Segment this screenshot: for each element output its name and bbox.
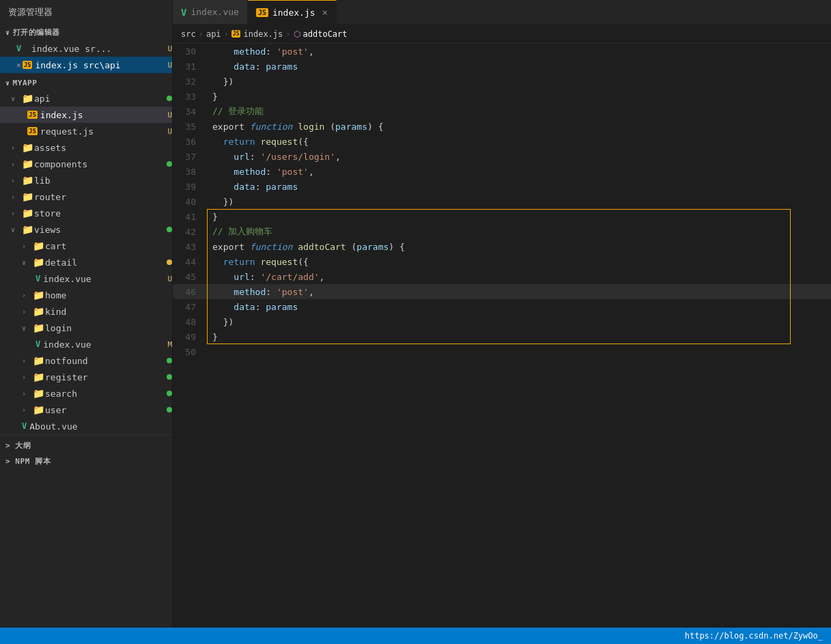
vue-icon-about: V xyxy=(22,421,27,431)
folder-components[interactable]: › 📁 components xyxy=(0,156,172,172)
close-icon-small[interactable]: × xyxy=(16,61,21,70)
code-editor[interactable]: 30 method: 'post',31 data: params32 })33… xyxy=(173,44,831,628)
open-editor-index-vue[interactable]: V index.vue sr... U xyxy=(0,40,172,57)
outline-header[interactable]: > 大纲 xyxy=(0,438,172,453)
line-code: url: '/users/login', xyxy=(207,149,831,164)
myapp-header[interactable]: ∨ MYAPP xyxy=(0,76,172,90)
line-number: 48 xyxy=(173,314,207,329)
folder-notfound[interactable]: › 📁 notfound xyxy=(0,352,172,369)
table-row: 41} xyxy=(173,209,831,224)
folder-detail[interactable]: ∨ 📁 detail xyxy=(0,254,172,270)
chevron-right-icon: › xyxy=(11,144,22,152)
file-request-js-label: request.js xyxy=(40,126,165,137)
file-login-index-vue[interactable]: V index.vue M xyxy=(0,336,172,352)
bottom-sections: > 大纲 > NPM 脚本 xyxy=(0,434,172,472)
file-about-vue[interactable]: V About.vue xyxy=(0,418,172,434)
line-number: 30 xyxy=(173,44,207,59)
table-row: 35export function login (params) { xyxy=(173,119,831,134)
folder-store[interactable]: › 📁 store xyxy=(0,205,172,221)
folder-icon-views: 📁 xyxy=(22,224,34,235)
sidebar: ∨ 打开的编辑器 V index.vue sr... U × JS index.… xyxy=(0,25,173,628)
folder-api-label: api xyxy=(34,94,164,104)
folder-icon-user: 📁 xyxy=(33,404,45,415)
status-bar: https://blog.csdn.net/ZywOo_ xyxy=(0,628,831,644)
folder-router[interactable]: › 📁 router xyxy=(0,188,172,205)
file-request-js[interactable]: JS request.js U xyxy=(0,123,172,139)
folder-api[interactable]: ∨ 📁 api xyxy=(0,90,172,107)
chevron-right-icon: › xyxy=(22,390,33,397)
line-code: return request({ xyxy=(207,134,831,149)
file-login-index-vue-label: index.vue xyxy=(43,339,165,350)
table-row: 46 method: 'post', xyxy=(173,284,831,299)
line-code xyxy=(207,344,831,359)
tab-label-js: index.js xyxy=(272,8,315,18)
table-row: 40 }) xyxy=(173,194,831,209)
folder-icon-store: 📁 xyxy=(22,208,34,219)
folder-views-label: views xyxy=(34,225,164,235)
folder-icon-router: 📁 xyxy=(22,191,34,202)
line-number: 33 xyxy=(173,89,207,104)
line-code: data: params xyxy=(207,59,831,74)
table-row: 33} xyxy=(173,89,831,104)
vue-icon-login: V xyxy=(36,339,40,349)
line-code: method: 'post', xyxy=(207,44,831,59)
folder-register[interactable]: › 📁 register xyxy=(0,369,172,385)
breadcrumb: src › api › JS index.js › ⬡ addtoCart xyxy=(173,25,831,44)
status-dot-api xyxy=(167,96,172,101)
myapp-label: MYAPP xyxy=(13,79,38,87)
line-code: method: 'post', xyxy=(207,164,831,179)
folder-lib[interactable]: › 📁 lib xyxy=(0,172,172,188)
status-dot-register xyxy=(167,374,172,380)
npm-header[interactable]: > NPM 脚本 xyxy=(0,453,172,469)
folder-kind[interactable]: › 📁 kind xyxy=(0,303,172,320)
folder-login[interactable]: ∨ 📁 login xyxy=(0,320,172,336)
chevron-down-icon: ∨ xyxy=(11,226,22,234)
file-index-js[interactable]: JS index.js U xyxy=(0,107,172,123)
chevron-down-icon: ∨ xyxy=(5,29,10,36)
folder-assets-label: assets xyxy=(34,143,172,153)
table-row: 34// 登录功能 xyxy=(173,104,831,119)
close-tab-button[interactable]: × xyxy=(322,7,328,18)
folder-components-label: components xyxy=(34,159,164,169)
line-number: 42 xyxy=(173,224,207,239)
folder-search[interactable]: › 📁 search xyxy=(0,385,172,402)
line-number: 35 xyxy=(173,119,207,134)
line-code: }) xyxy=(207,74,831,89)
folder-store-label: store xyxy=(34,208,172,219)
line-code: export function addtoCart (params) { xyxy=(207,239,831,254)
tabs-bar: V index.vue JS index.js × xyxy=(173,0,831,25)
open-editors-header[interactable]: ∨ 打开的编辑器 xyxy=(0,25,172,40)
modified-badge-indexjs: U xyxy=(167,111,172,120)
folder-register-label: register xyxy=(45,372,164,382)
vue-file-icon: V xyxy=(16,44,29,53)
folder-home[interactable]: › 📁 home xyxy=(0,287,172,303)
status-dot-search xyxy=(167,391,172,396)
folder-icon-api: 📁 xyxy=(22,93,34,104)
line-code: data: params xyxy=(207,299,831,314)
modified-badge-vue: U xyxy=(167,44,172,53)
folder-views[interactable]: ∨ 📁 views xyxy=(0,221,172,238)
folder-home-label: home xyxy=(45,290,172,300)
line-code: data: params xyxy=(207,179,831,194)
tab-index-js[interactable]: JS index.js × xyxy=(248,0,337,24)
tab-index-vue[interactable]: V index.vue xyxy=(173,0,248,24)
open-editor-index-js[interactable]: × JS index.js src\api U xyxy=(0,57,172,73)
folder-icon-home: 📁 xyxy=(33,290,45,300)
file-detail-index-vue[interactable]: V index.vue U xyxy=(0,270,172,287)
folder-icon-cart: 📁 xyxy=(33,240,45,251)
folder-detail-label: detail xyxy=(45,257,164,268)
line-code: return request({ xyxy=(207,254,831,269)
code-table: 30 method: 'post',31 data: params32 })33… xyxy=(173,44,831,359)
table-row: 38 method: 'post', xyxy=(173,164,831,179)
table-row: 37 url: '/users/login', xyxy=(173,149,831,164)
line-number: 36 xyxy=(173,134,207,149)
tab-label-vue: index.vue xyxy=(191,7,238,17)
folder-assets[interactable]: › 📁 assets xyxy=(0,139,172,156)
breadcrumb-indexjs: index.js xyxy=(243,29,283,39)
folder-search-label: search xyxy=(45,389,164,399)
line-number: 44 xyxy=(173,254,207,269)
folder-cart[interactable]: › 📁 cart xyxy=(0,238,172,254)
table-row: 42// 加入购物车 xyxy=(173,224,831,239)
folder-user[interactable]: › 📁 user xyxy=(0,402,172,418)
chevron-right-icon: › xyxy=(11,193,22,201)
